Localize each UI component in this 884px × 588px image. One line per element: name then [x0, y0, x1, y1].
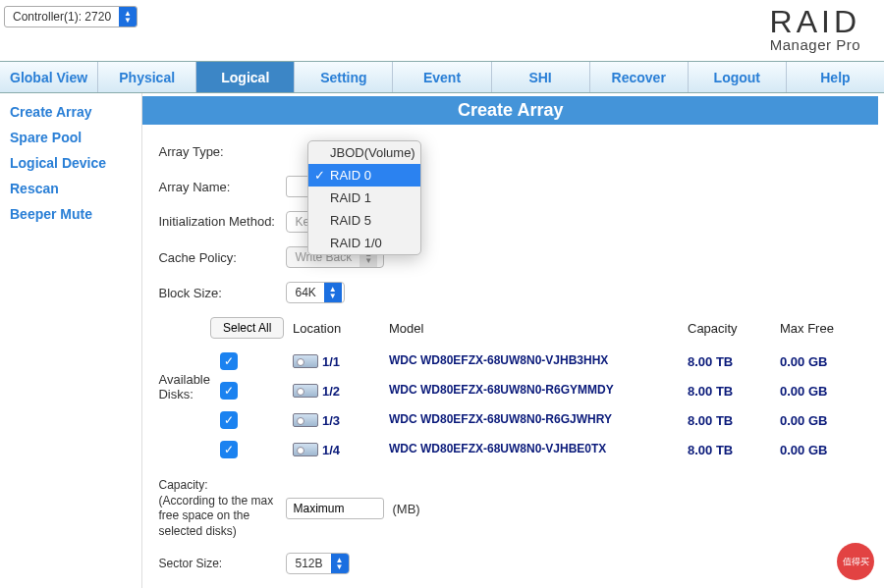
- hdd-icon: [293, 443, 318, 456]
- sidebar-item-beeper-mute[interactable]: Beeper Mute: [10, 201, 132, 227]
- disk-row: ✓1/1WDC WD80EFZX-68UW8N0-VJHB3HHX8.00 TB…: [210, 347, 868, 376]
- available-disks-label: Available Disks:: [158, 372, 210, 401]
- brand-logo: RAID Manager Pro: [770, 6, 860, 52]
- controller-select[interactable]: Controller(1): 2720 ▲▼: [4, 6, 138, 27]
- disk-row: ✓1/2WDC WD80EFZX-68UW8N0-R6GYMMDY8.00 TB…: [210, 376, 868, 405]
- tab-recover[interactable]: Recover: [590, 62, 689, 92]
- updown-icon: ▲▼: [331, 554, 349, 573]
- sidebar-item-create-array[interactable]: Create Array: [10, 99, 132, 125]
- block-size-label: Block Size:: [158, 286, 286, 300]
- controller-select-text: Controller(1): 2720: [5, 10, 119, 24]
- disk-row: ✓1/4WDC WD80EFZX-68UW8N0-VJHBE0TX8.00 TB…: [210, 435, 868, 464]
- tab-setting[interactable]: Setting: [295, 62, 393, 92]
- disk-capacity: 8.00 TB: [688, 384, 776, 399]
- disk-maxfree: 0.00 GB: [780, 384, 868, 399]
- select-all-button[interactable]: Select All: [210, 317, 284, 339]
- sidebar-item-spare-pool[interactable]: Spare Pool: [10, 125, 132, 150]
- block-size-select[interactable]: 64K ▲▼: [286, 282, 345, 303]
- sidebar-item-rescan[interactable]: Rescan: [10, 176, 132, 201]
- array-type-option[interactable]: RAID 1: [308, 187, 420, 209]
- sidebar: Create ArraySpare PoolLogical DeviceResc…: [0, 93, 142, 588]
- updown-icon: ▲▼: [324, 283, 342, 302]
- nav-bar: Global ViewPhysicalLogicalSettingEventSH…: [0, 61, 884, 93]
- col-location: Location: [293, 321, 381, 336]
- disk-location: 1/3: [322, 413, 340, 428]
- cache-policy-label: Cache Policy:: [158, 250, 286, 265]
- disk-model: WDC WD80EFZX-68UW8N0-R6GYMMDY: [389, 384, 684, 397]
- disk-model: WDC WD80EFZX-68UW8N0-VJHBE0TX: [389, 443, 684, 455]
- sector-size-select[interactable]: 512B ▲▼: [286, 553, 349, 574]
- capacity-input[interactable]: [286, 498, 384, 519]
- tab-physical[interactable]: Physical: [98, 62, 196, 92]
- tab-global-view[interactable]: Global View: [0, 62, 98, 92]
- disk-checkbox[interactable]: ✓: [220, 441, 238, 458]
- tab-shi[interactable]: SHI: [492, 62, 590, 92]
- disk-capacity: 8.00 TB: [688, 413, 776, 428]
- disk-capacity: 8.00 TB: [688, 354, 776, 369]
- array-type-option[interactable]: RAID 1/0: [308, 232, 420, 254]
- disk-maxfree: 0.00 GB: [780, 354, 868, 369]
- col-model: Model: [389, 321, 684, 336]
- array-name-label: Array Name:: [158, 180, 286, 194]
- capacity-unit: (MB): [392, 502, 419, 516]
- array-type-option[interactable]: JBOD(Volume): [308, 141, 420, 164]
- panel-title: Create Array: [142, 96, 878, 125]
- disk-checkbox[interactable]: ✓: [220, 382, 238, 400]
- tab-help[interactable]: Help: [787, 62, 884, 92]
- disk-capacity: 8.00 TB: [688, 443, 776, 457]
- watermark-icon: 值得买: [837, 543, 874, 580]
- hdd-icon: [293, 354, 318, 368]
- disk-maxfree: 0.00 GB: [780, 413, 868, 428]
- disk-model: WDC WD80EFZX-68UW8N0-VJHB3HHX: [389, 354, 684, 367]
- array-type-label: Array Type:: [158, 144, 286, 159]
- sidebar-item-logical-device[interactable]: Logical Device: [10, 150, 132, 176]
- disk-checkbox[interactable]: ✓: [220, 352, 238, 370]
- disk-row: ✓1/3WDC WD80EFZX-68UW8N0-R6GJWHRY8.00 TB…: [210, 405, 868, 435]
- tab-logical[interactable]: Logical: [196, 62, 295, 92]
- capacity-label: Capacity: (According to the max free spa…: [158, 478, 286, 539]
- disk-location: 1/2: [322, 384, 340, 399]
- disk-checkbox[interactable]: ✓: [220, 411, 238, 429]
- array-type-option[interactable]: RAID 5: [308, 209, 420, 232]
- disk-model: WDC WD80EFZX-68UW8N0-R6GJWHRY: [389, 413, 684, 426]
- array-type-option[interactable]: RAID 0: [308, 164, 420, 187]
- hdd-icon: [293, 384, 318, 398]
- updown-icon: ▲▼: [119, 7, 137, 27]
- array-type-dropdown[interactable]: JBOD(Volume)RAID 0RAID 1RAID 5RAID 1/0: [307, 140, 421, 255]
- sector-size-label: Sector Size:: [158, 557, 286, 572]
- hdd-icon: [293, 413, 318, 427]
- init-method-label: Initialization Method:: [158, 214, 286, 230]
- disk-location: 1/4: [322, 443, 340, 457]
- disk-location: 1/1: [322, 354, 340, 369]
- tab-logout[interactable]: Logout: [689, 62, 787, 92]
- disk-maxfree: 0.00 GB: [780, 443, 868, 457]
- tab-event[interactable]: Event: [393, 62, 491, 92]
- col-maxfree: Max Free: [780, 321, 868, 336]
- col-capacity: Capacity: [688, 321, 776, 336]
